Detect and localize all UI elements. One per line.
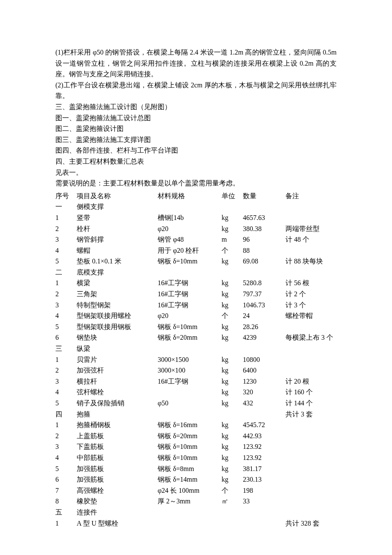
cell-spec: 钢板 δ=10mm [158,256,222,267]
cell-name: 垫板 0.1×0.1 米 [77,256,158,267]
paragraph-9: 见表一。 [55,167,337,178]
cell-idx: 5 [55,398,77,409]
table-row: 5型钢架联接用钢板钢板 δ=10mmkg28.26 [55,321,337,332]
cell-unit: kg [222,474,243,485]
header-note: 备注 [285,191,337,202]
cell-name: 加强弦杆 [77,365,158,376]
cell-spec: 钢板 δ=20mm [158,332,222,343]
cell-note: 计 88 块每块 [285,256,337,267]
cell-name: 侧模支撑 [77,201,158,212]
paragraph-1: (1)栏杆采用 φ50 的钢管搭设，在横梁上每隔 2.4 米设一道 1.2m 高… [55,47,337,80]
cell-unit: kg [222,332,243,343]
table-row: 1抱箍桶钢板钢板 δ=16mmkg4545.72 [55,419,337,431]
cell-name: 横梁 [77,278,158,289]
cell-spec: 厚 2～3mm [158,496,222,507]
cell-qty: 1230 [243,376,285,387]
cell-name: 特制型钢架 [77,300,158,311]
table-row: 4型钢架联接用螺栓φ20个24螺栓带帽 [55,310,337,321]
paragraph-2: (2)工作平台设在横梁悬出端，在横梁上铺设 2cm 厚的木板，木板与横梁之间采用… [55,80,337,101]
table-row: 2栓杆φ20kg380.38两端带丝型 [55,223,337,234]
cell-qty: 123.92 [243,441,285,452]
cell-spec: 用于 φ20 栓杆 [158,245,222,256]
cell-idx: 8 [55,496,77,507]
cell-unit: kg [222,223,243,234]
cell-idx: 四 [55,409,77,420]
table-row: 6钢垫块钢板 δ=20mmkg4239每横梁上布 3 个 [55,332,337,343]
cell-spec: 钢板 δ=8mm [158,463,222,474]
cell-unit: kg [222,398,243,409]
cell-name: 中部筋板 [77,452,158,463]
cell-idx: 5 [55,463,77,474]
cell-idx: 4 [55,387,77,398]
cell-unit: kg [222,431,243,442]
cell-name: 栓杆 [77,223,158,234]
cell-idx: 5 [55,321,77,332]
table-header-row: 序号 项目及名称 材料规格 单位 数量 备注 [55,191,337,202]
cell-qty: 198 [243,485,285,496]
cell-spec: 钢板 δ=10mm [158,452,222,463]
cell-idx: 五 [55,507,77,518]
cell-idx: 5 [55,256,77,267]
cell-note: 计 48 个 [285,234,337,245]
table-row: 一侧模支撑 [55,201,337,212]
cell-unit: kg [222,463,243,474]
cell-idx: 1 [55,212,77,223]
paragraph-6: 图三、盖梁抱箍法施工支撑详图 [55,134,337,145]
table-row: 1竖带槽钢[14bkg4657.63 [55,212,337,223]
table-row: 4螺帽用于 φ20 栓杆个88 [55,245,337,256]
cell-name: 型钢架联接用钢板 [77,321,158,332]
cell-unit: 个 [222,310,243,321]
cell-unit: kg [222,354,243,365]
cell-name: 纵梁 [77,343,158,354]
cell-idx: 1 [55,419,77,431]
cell-note: 计 160 个 [285,387,337,398]
cell-name: 钢管斜撑 [77,234,158,245]
cell-qty: 380.38 [243,223,285,234]
cell-spec: 槽钢[14b [158,212,222,223]
table-row: 5垫板 0.1×0.1 米钢板 δ=10mmkg69.08计 88 块每块 [55,256,337,267]
cell-note: 每横梁上布 3 个 [285,332,337,343]
cell-qty: 320 [243,387,285,398]
cell-spec: 钢管 φ48 [158,234,222,245]
cell-unit: kg [222,452,243,463]
table-row: 1贝雷片3000×1500kg10800 [55,354,337,365]
cell-unit: m [222,234,243,245]
cell-spec: φ24 长 100mm [158,485,222,496]
cell-qty: 5280.8 [243,278,285,289]
cell-qty: 381.17 [243,463,285,474]
cell-idx: 3 [55,376,77,387]
paragraph-3: 三、盖梁抱箍法施工设计图（见附图） [55,101,337,113]
cell-spec: 3000×100 [158,365,222,376]
cell-spec: 钢板 δ=10mm [158,321,222,332]
cell-unit: kg [222,321,243,332]
cell-idx: 二 [55,267,77,278]
cell-idx: 3 [55,234,77,245]
table-row: 6加强筋板钢板 δ=14mmkg230.13 [55,474,337,485]
table-row: 2上盖筋板钢板 δ=20mmkg442.93 [55,431,337,442]
cell-qty: 797.37 [243,289,285,300]
cell-unit: kg [222,300,243,311]
cell-name: 上盖筋板 [77,431,158,442]
cell-name: 高强螺栓 [77,485,158,496]
cell-qty: 230.13 [243,474,285,485]
cell-name: 弦杆螺栓 [77,387,158,398]
cell-qty: 24 [243,310,285,321]
cell-name: 加强筋板 [77,474,158,485]
table-row: 5加强筋板钢板 δ=8mmkg381.17 [55,463,337,474]
cell-unit: kg [222,278,243,289]
cell-unit: kg [222,376,243,387]
cell-note: 两端带丝型 [285,223,337,234]
cell-name: 钢垫块 [77,332,158,343]
cell-name: 抱箍桶钢板 [77,419,158,431]
header-spec: 材料规格 [158,191,222,202]
cell-unit: kg [222,365,243,376]
cell-name: 橡胶垫 [77,496,158,507]
cell-idx: 三 [55,343,77,354]
cell-name: 销子及保险插销 [77,398,158,409]
cell-spec: 16#工字钢 [158,278,222,289]
cell-spec: φ20 [158,223,222,234]
cell-idx: 3 [55,300,77,311]
cell-name: 加强筋板 [77,463,158,474]
cell-qty: 1046.73 [243,300,285,311]
cell-idx: 1 [55,518,77,529]
